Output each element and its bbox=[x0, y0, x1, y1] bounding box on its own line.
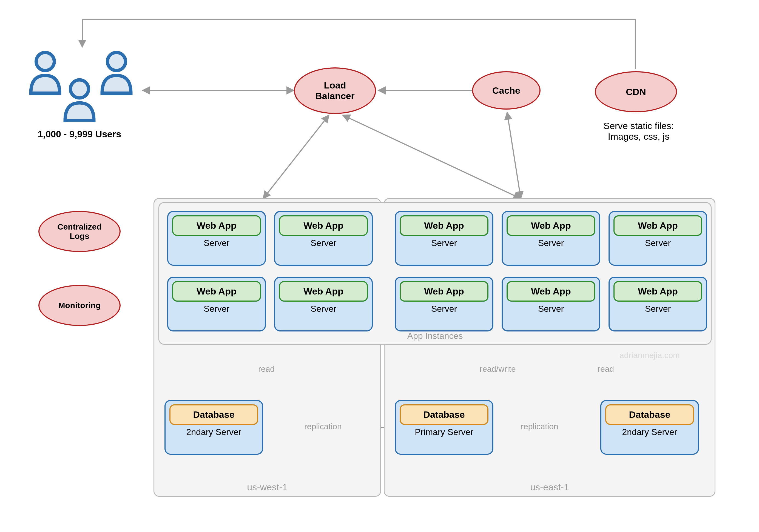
webapp-server: Web App Server bbox=[395, 277, 494, 331]
db-role-label: Primary Server bbox=[415, 427, 473, 437]
users-caption: 1,000 - 9,999 Users bbox=[17, 129, 142, 139]
db-primary-east: Database Primary Server bbox=[395, 400, 494, 455]
db-role-label: 2ndary Server bbox=[186, 427, 242, 437]
edge-replication-west: replication bbox=[304, 422, 342, 431]
server-label: Server bbox=[310, 238, 336, 248]
database-label: Database bbox=[605, 404, 694, 425]
webapp-label: Web App bbox=[172, 281, 261, 302]
webapp-server: Web App Server bbox=[501, 211, 600, 266]
webapp-server: Web App Server bbox=[395, 211, 494, 266]
database-label: Database bbox=[169, 404, 258, 425]
webapp-server: Web App Server bbox=[274, 277, 373, 331]
server-label: Server bbox=[204, 304, 229, 314]
webapp-label: Web App bbox=[279, 215, 368, 236]
cdn-caption: Serve static files: Images, css, js bbox=[589, 121, 688, 142]
watermark: adrianmejia.com bbox=[619, 351, 680, 360]
user-icon bbox=[96, 49, 137, 96]
webapp-label: Web App bbox=[614, 281, 702, 302]
app-instances-label: App Instances bbox=[407, 331, 463, 341]
database-label: Database bbox=[400, 404, 489, 425]
server-label: Server bbox=[204, 238, 229, 248]
centralized-logs-node: Centralized Logs bbox=[38, 211, 121, 252]
svg-point-2 bbox=[70, 80, 89, 98]
server-label: Server bbox=[538, 238, 564, 248]
cache-node: Cache bbox=[472, 71, 540, 110]
cdn-node: CDN bbox=[595, 71, 677, 112]
webapp-label: Web App bbox=[400, 281, 489, 302]
user-icon bbox=[59, 77, 100, 123]
server-label: Server bbox=[538, 304, 564, 314]
svg-point-0 bbox=[36, 53, 54, 71]
monitoring-node: Monitoring bbox=[38, 285, 121, 326]
webapp-server: Web App Server bbox=[501, 277, 600, 331]
db-role-label: 2ndary Server bbox=[622, 427, 677, 437]
edge-read-west: read bbox=[258, 364, 275, 374]
webapp-server: Web App Server bbox=[167, 211, 266, 266]
server-label: Server bbox=[645, 238, 671, 248]
server-label: Server bbox=[431, 238, 457, 248]
edge-readwrite: read/write bbox=[480, 364, 516, 374]
server-label: Server bbox=[431, 304, 457, 314]
webapp-label: Web App bbox=[400, 215, 489, 236]
webapp-server: Web App Server bbox=[167, 277, 266, 331]
server-label: Server bbox=[645, 304, 671, 314]
webapp-label: Web App bbox=[279, 281, 368, 302]
webapp-label: Web App bbox=[172, 215, 261, 236]
webapp-label: Web App bbox=[506, 215, 595, 236]
region-east-label: us-east-1 bbox=[384, 482, 715, 493]
edge-replication-east: replication bbox=[521, 422, 558, 431]
region-west-label: us-west-1 bbox=[154, 482, 380, 493]
webapp-label: Web App bbox=[614, 215, 702, 236]
db-secondary-west: Database 2ndary Server bbox=[165, 400, 263, 455]
webapp-server: Web App Server bbox=[274, 211, 373, 266]
edge-read-east: read bbox=[598, 364, 614, 374]
webapp-label: Web App bbox=[506, 281, 595, 302]
webapp-server: Web App Server bbox=[609, 211, 707, 266]
server-label: Server bbox=[310, 304, 336, 314]
webapp-server: Web App Server bbox=[609, 277, 707, 331]
db-secondary-east: Database 2ndary Server bbox=[600, 400, 699, 455]
load-balancer-node: Load Balancer bbox=[294, 67, 376, 114]
svg-point-1 bbox=[107, 53, 126, 71]
